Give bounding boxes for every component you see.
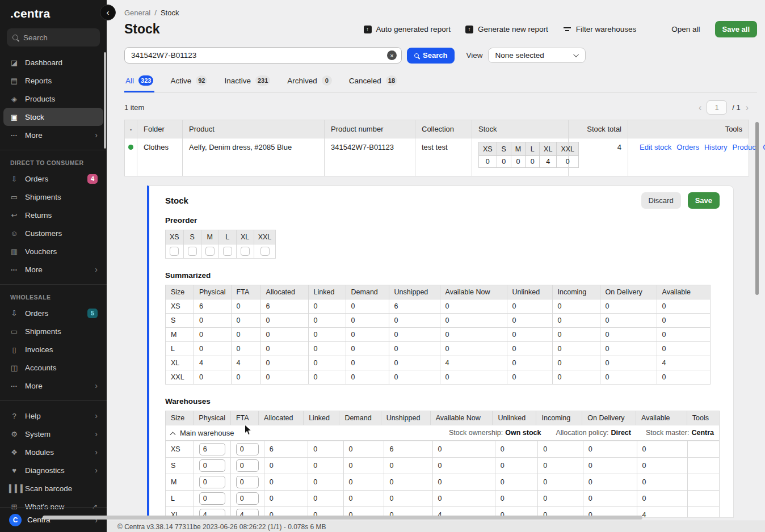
discard-button[interactable]: Discard xyxy=(641,192,681,209)
sidebar-item-accounts[interactable]: ◫ Accounts xyxy=(3,358,103,377)
sidebar-item-modules[interactable]: ❖ Modules › xyxy=(3,443,103,461)
preorder-input[interactable] xyxy=(170,247,179,256)
save-all-button[interactable]: Save all xyxy=(715,21,757,37)
sidebar-item-customers[interactable]: ☺ Customers xyxy=(3,224,103,242)
column-header: Allocated xyxy=(259,411,304,425)
physical-stock-input[interactable] xyxy=(199,492,225,505)
column-header: Physical xyxy=(194,411,231,425)
tab-inactive[interactable]: Inactive 231 xyxy=(223,73,271,92)
size-cell: S xyxy=(166,458,194,474)
preorder-input[interactable] xyxy=(260,247,270,256)
account-menu[interactable]: C Centra › xyxy=(0,507,107,532)
auto-generated-report-button[interactable]: Auto generated report xyxy=(364,25,451,33)
tool-link[interactable]: Product xyxy=(733,143,758,151)
open-all-button[interactable]: Open all xyxy=(671,25,700,33)
stock-value-cell: 0 xyxy=(583,474,637,491)
warehouse-row: S 000000000 xyxy=(166,458,720,474)
sidebar-item-ws-shipments[interactable]: ▭ Shipments xyxy=(3,322,103,340)
tab-archived[interactable]: Archived 0 xyxy=(286,73,333,92)
sidebar-item-ws-more[interactable]: ••• More › xyxy=(3,377,103,395)
centra-logo[interactable]: .centra xyxy=(10,7,50,20)
sidebar-utility-nav: ? Help › ⚙ System › ❖ Modules › ♥ Di xyxy=(0,406,107,517)
clear-search-icon[interactable]: × xyxy=(387,50,397,60)
preorder-input[interactable] xyxy=(223,247,232,256)
stock-value-cell: 0 xyxy=(637,458,687,474)
tool-link[interactable]: History xyxy=(704,143,727,151)
size-cell: L xyxy=(166,342,194,356)
search-input[interactable] xyxy=(124,47,402,64)
stock-value-cell: 0 xyxy=(552,342,600,356)
sidebar-collapse-button[interactable]: ‹ xyxy=(100,5,116,20)
physical-stock-input[interactable] xyxy=(199,443,225,455)
sidebar-item-help[interactable]: ? Help › xyxy=(3,407,103,425)
physical-stock-input[interactable] xyxy=(199,476,225,488)
fta-stock-input[interactable] xyxy=(236,492,259,505)
sidebar-item-dtc-more[interactable]: ••• More › xyxy=(3,260,103,278)
preorder-input[interactable] xyxy=(241,247,250,256)
summarized-row: XL 44000040004 xyxy=(166,356,711,370)
tab-label: All xyxy=(125,77,134,85)
next-page-button[interactable]: › xyxy=(746,103,749,113)
sidebar-search-input[interactable] xyxy=(23,33,86,42)
prev-page-button[interactable]: ‹ xyxy=(699,103,701,113)
tools-cell xyxy=(687,491,719,507)
warehouse-stock-table: XS 600600000 S 000000000 xyxy=(165,441,720,518)
sidebar-search[interactable] xyxy=(7,28,100,47)
sidebar-item-dashboard[interactable]: ◪ Dashboard xyxy=(3,53,103,71)
sidebar-item-scan-barcode[interactable]: ▍▍▍ Scan barcode xyxy=(3,479,103,497)
stock-value-cell: 0 xyxy=(343,441,384,458)
tool-link[interactable]: Orders xyxy=(676,143,699,151)
sidebar-item-reports[interactable]: ▤ Reports xyxy=(3,71,103,90)
view-select[interactable]: None selected xyxy=(488,48,586,63)
save-button[interactable]: Save xyxy=(688,192,720,209)
breadcrumb-parent[interactable]: General xyxy=(124,9,150,17)
sidebar-item-returns[interactable]: ↩ Returns xyxy=(3,206,103,224)
sidebar-item-vouchers[interactable]: ▥ Vouchers xyxy=(3,242,103,260)
sidebar-item-label: System xyxy=(25,430,89,438)
sidebar-item-invoices[interactable]: ▯ Invoices xyxy=(3,340,103,358)
stock-value-cell: 0 xyxy=(260,314,308,328)
size-cell: XS xyxy=(166,299,194,314)
sidebar-item-label: More xyxy=(25,131,89,140)
physical-stock-input[interactable] xyxy=(199,459,225,472)
preorder-input[interactable] xyxy=(205,247,215,256)
sidebar-item-system[interactable]: ⚙ System › xyxy=(3,425,103,443)
sidebar-item-ws-orders[interactable]: ⇩ Orders 5 xyxy=(3,304,103,322)
shipments-icon: ▭ xyxy=(9,193,19,201)
sidebar-item-label: Dashboard xyxy=(25,58,98,67)
sidebar-item-stock[interactable]: ▣ Stock xyxy=(3,108,103,126)
filter-warehouses-button[interactable]: Filter warehouses xyxy=(563,25,637,33)
page-title: Stock xyxy=(124,22,160,37)
tab-active[interactable]: Active 92 xyxy=(169,73,208,92)
collapse-chevron-icon[interactable] xyxy=(170,432,176,437)
tab-canceled[interactable]: Canceled 18 xyxy=(348,73,398,92)
vertical-scrollbar[interactable] xyxy=(755,122,759,295)
search-button[interactable]: Search xyxy=(407,48,455,64)
stock-value-cell: 0 xyxy=(264,491,308,507)
horizontal-scrollbar[interactable] xyxy=(43,516,642,520)
fta-stock-input[interactable] xyxy=(236,459,259,472)
tool-link[interactable]: Close xyxy=(763,143,765,151)
generate-new-report-button[interactable]: Generate new report xyxy=(465,25,548,33)
meta-value: Own stock xyxy=(505,429,541,437)
fta-stock-input[interactable] xyxy=(236,476,259,488)
sidebar-item-dtc-shipments[interactable]: ▭ Shipments xyxy=(3,188,103,206)
preorder-input[interactable] xyxy=(188,247,197,256)
sidebar-item-dtc-orders[interactable]: ⇩ Orders 4 xyxy=(3,170,103,188)
divider xyxy=(0,284,107,285)
sidebar-scrollbar[interactable] xyxy=(104,52,106,149)
tab-all[interactable]: All 323 xyxy=(124,73,154,92)
sidebar-item-label: Customers xyxy=(25,229,98,238)
sidebar-item-diagnostics[interactable]: ♥ Diagnostics › xyxy=(3,461,103,479)
stock-value-cell: 4 xyxy=(637,507,687,518)
sidebar-item-products[interactable]: ◈ Products xyxy=(3,90,103,108)
tab-count-badge: 92 xyxy=(196,75,207,86)
fta-stock-input[interactable] xyxy=(236,443,259,455)
barcode-icon: ▍▍▍ xyxy=(9,484,19,493)
tool-link[interactable]: Edit stock xyxy=(640,143,671,151)
stock-value-cell: 0 xyxy=(260,370,308,385)
summarized-title: Summarized xyxy=(165,271,720,280)
page-number-input[interactable]: 1 xyxy=(707,100,727,115)
sidebar-item-more[interactable]: ••• More › xyxy=(3,126,103,144)
stock-value-cell: 0 xyxy=(600,342,657,356)
